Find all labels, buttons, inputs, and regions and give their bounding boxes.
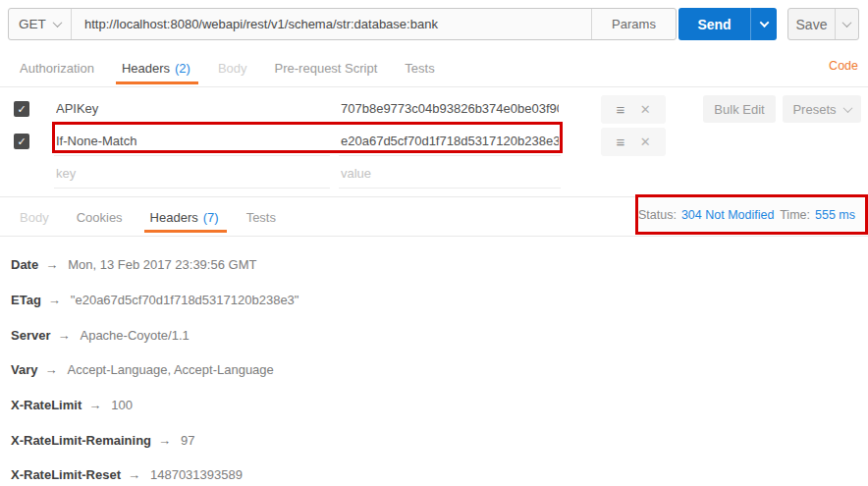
save-button-group: Save <box>787 8 859 40</box>
chevron-down-icon <box>842 103 852 113</box>
response-header-row: ETag → "e20a67d5cf70d1f718d5317120b238e3… <box>11 292 298 307</box>
send-button-group: Send <box>678 8 777 40</box>
response-header-row: Server → Apache-Coyote/1.1 <box>11 327 190 343</box>
response-header-name: ETag <box>11 293 41 307</box>
check-icon: ✓ <box>17 135 26 148</box>
method-dropdown[interactable]: GET <box>9 9 72 39</box>
arrow-icon: → <box>128 467 140 482</box>
tab-label: Body <box>218 61 247 76</box>
tab-response-cookies[interactable]: Cookies <box>77 202 123 233</box>
check-icon: ✓ <box>17 103 26 116</box>
tab-body[interactable]: Body <box>218 52 247 84</box>
url-field-wrap <box>72 9 591 39</box>
divider <box>0 236 868 237</box>
new-header-key-input[interactable] <box>54 158 330 189</box>
response-header-value: Mon, 13 Feb 2017 23:39:56 GMT <box>68 257 256 272</box>
tab-label: Pre-request Script <box>275 61 378 76</box>
response-status-annotation: Status: 304 Not Modified Time: 555 ms <box>635 194 868 235</box>
header-value-input[interactable] <box>339 126 561 156</box>
arrow-icon: → <box>88 398 101 412</box>
row-actions: ≡ ✕ <box>601 95 666 124</box>
response-header-value: 100 <box>111 398 133 412</box>
response-header-value: 1487031393589 <box>150 467 243 482</box>
response-header-row: X-RateLimit-Reset → 1487031393589 <box>11 466 243 482</box>
header-row-checkbox[interactable]: ✓ <box>14 134 29 149</box>
code-link[interactable]: Code <box>829 59 858 73</box>
menu-icon[interactable]: ≡ <box>616 101 624 118</box>
tab-label: Headers <box>122 61 170 76</box>
row-actions: ≡ ✕ <box>601 128 666 156</box>
response-header-row: Date → Mon, 13 Feb 2017 23:39:56 GMT <box>11 256 256 272</box>
response-header-name: X-RateLimit-Reset <box>11 467 121 482</box>
params-button[interactable]: Params <box>591 9 676 39</box>
send-options-button[interactable] <box>750 8 777 40</box>
tab-label: Tests <box>246 210 276 225</box>
arrow-icon: → <box>48 293 61 307</box>
tab-authorization[interactable]: Authorization <box>20 52 94 84</box>
request-bar: GET Params Send Save <box>8 8 859 40</box>
tab-response-tests[interactable]: Tests <box>246 202 276 233</box>
chevron-down-icon <box>759 18 769 27</box>
response-header-value: Apache-Coyote/1.1 <box>80 328 189 343</box>
status-value: 304 Not Modified <box>681 208 775 222</box>
arrow-icon: → <box>158 433 171 448</box>
arrow-icon: → <box>44 362 57 377</box>
close-icon[interactable]: ✕ <box>640 135 651 149</box>
response-header-name: X-RateLimit <box>11 398 81 412</box>
tab-pre-request-script[interactable]: Pre-request Script <box>275 52 378 84</box>
bulk-edit-button[interactable]: Bulk Edit <box>703 95 776 123</box>
bulk-edit-label: Bulk Edit <box>714 102 764 117</box>
response-header-name: Vary <box>11 362 37 377</box>
new-header-value-input[interactable] <box>339 158 561 189</box>
response-header-value: Accept-Language, Accept-Language <box>67 362 273 377</box>
chevron-down-icon <box>842 18 852 27</box>
arrow-icon: → <box>45 257 58 272</box>
response-header-row: Vary → Accept-Language, Accept-Language <box>11 361 274 377</box>
time-label: Time: <box>780 208 810 222</box>
method-label: GET <box>19 17 46 31</box>
menu-icon[interactable]: ≡ <box>616 134 624 150</box>
response-header-row: X-RateLimit → 100 <box>11 397 133 412</box>
tab-response-body[interactable]: Body <box>20 202 49 233</box>
response-header-name: Date <box>11 257 38 272</box>
response-header-name: Server <box>11 328 50 343</box>
tab-label: Authorization <box>20 61 94 76</box>
tab-label: Body <box>20 210 49 225</box>
url-composite: GET Params <box>8 8 677 40</box>
presets-dropdown[interactable]: Presets <box>783 95 861 123</box>
tab-count: (7) <box>203 210 219 225</box>
header-row-checkbox[interactable]: ✓ <box>14 101 29 117</box>
request-tabs: Authorization Headers (2) Body Pre-reque… <box>20 52 462 84</box>
tab-label: Tests <box>405 61 434 76</box>
response-header-value: "e20a67d5cf70d1f718d5317120b238e3" <box>71 293 299 307</box>
arrow-icon: → <box>57 328 70 343</box>
chevron-down-icon <box>52 18 62 27</box>
tab-response-headers[interactable]: Headers (7) <box>150 202 219 233</box>
save-options-button[interactable] <box>835 9 858 39</box>
status-label: Status: <box>638 208 677 222</box>
tab-label: Cookies <box>77 210 123 225</box>
postman-request-view: GET Params Send Save Authorization <box>0 0 868 486</box>
header-value-input[interactable] <box>339 93 561 124</box>
response-header-name: X-RateLimit-Remaining <box>11 433 151 448</box>
response-header-value: 97 <box>181 433 194 448</box>
params-label: Params <box>612 17 656 31</box>
presets-label: Presets <box>792 102 836 117</box>
save-button[interactable]: Save <box>788 9 835 39</box>
tab-tests[interactable]: Tests <box>405 52 434 84</box>
time-value: 555 ms <box>815 208 855 222</box>
send-button[interactable]: Send <box>678 8 750 40</box>
url-input[interactable] <box>84 17 578 31</box>
divider <box>0 86 868 87</box>
header-key-input[interactable] <box>54 93 330 124</box>
header-key-input[interactable] <box>54 126 330 156</box>
close-icon[interactable]: ✕ <box>640 102 651 117</box>
tab-headers[interactable]: Headers (2) <box>122 52 190 84</box>
tab-label: Headers <box>150 210 198 225</box>
response-tabs: Body Cookies Headers (7) Tests <box>20 202 303 233</box>
tab-count: (2) <box>175 61 190 76</box>
response-header-row: X-RateLimit-Remaining → 97 <box>11 432 194 448</box>
